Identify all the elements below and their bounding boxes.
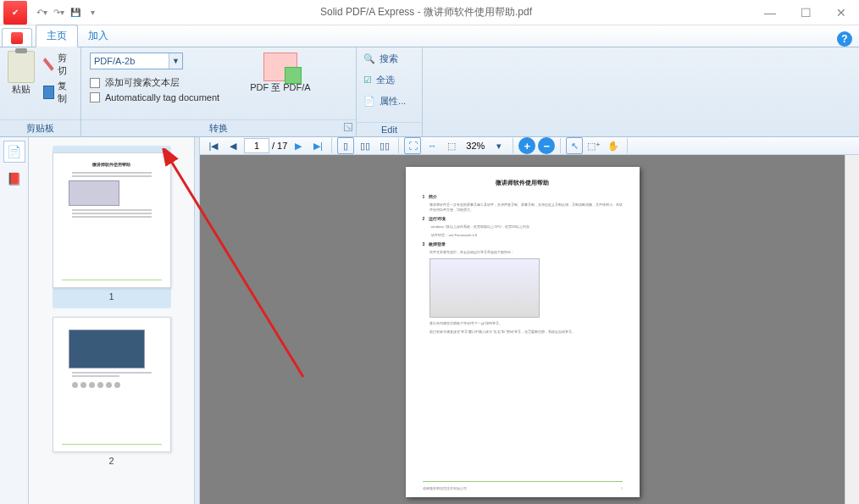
pdfa-format-combo[interactable]: ▼ [90, 53, 183, 69]
thumbnails-tab[interactable]: 📄 [3, 141, 25, 163]
viewer: |◀ ◀ / 17 ▶ ▶| ▯ ▯▯ ▯▯ ⛶ ↔ ⬚ 32% ▾ + − ↖… [200, 137, 859, 504]
prev-page-button[interactable]: ◀ [224, 137, 241, 154]
copy-button[interactable]: 复制 [42, 79, 74, 106]
pdf-to-pdfa-icon [263, 53, 297, 81]
selectall-icon [363, 75, 372, 86]
fit-width-button[interactable]: ↔ [424, 137, 441, 154]
zoom-dropdown[interactable]: ▾ [490, 137, 507, 154]
page-number-input[interactable] [244, 138, 269, 153]
edit-group-label: Edit [357, 122, 422, 136]
ribbon-group-convert: ▼ 添加可搜索文本层 Automatically tag document PD… [81, 47, 357, 136]
clipboard-group-label: 剪贴板 [0, 119, 80, 136]
doc-section-3: 3 教师登录 [423, 241, 623, 246]
thumbnail-page: 微讲师软件使用帮助 [53, 152, 171, 288]
zoom-level-label: 32% [463, 141, 488, 151]
page-area[interactable]: 微讲师软件使用帮助 1 简介 微讲师软件是一款专业的屏幕录像工具软件，支持声音录… [200, 155, 845, 504]
help-button[interactable]: ? [837, 31, 852, 47]
properties-button[interactable]: 属性... [363, 93, 406, 109]
thumbnail-pane[interactable]: 微讲师软件使用帮助 1 2 [29, 137, 195, 504]
app-icon [3, 1, 27, 25]
paste-label: 粘贴 [12, 83, 30, 96]
doc-paragraph: 首次使用请先注册账户并使用"下一步"按钮登录。 [430, 321, 623, 326]
search-button[interactable]: 搜索 [363, 51, 398, 67]
thumbnail-number: 2 [53, 456, 171, 466]
pdf-to-pdfa-button[interactable]: PDF 至 PDF/A [250, 53, 311, 94]
select-tool-button[interactable]: ↖ [566, 137, 583, 154]
document-page: 微讲师软件使用帮助 1 简介 微讲师软件是一款专业的屏幕录像工具软件，支持声音录… [406, 167, 640, 497]
thumbnail-2[interactable]: 2 [53, 317, 171, 466]
close-button[interactable]: ✕ [823, 0, 859, 25]
properties-icon [363, 96, 375, 107]
marquee-zoom-button[interactable]: ⬚⁺ [585, 137, 602, 154]
thumbnail-number: 1 [53, 291, 171, 302]
last-page-button[interactable]: ▶| [309, 137, 326, 154]
doc-paragraph: 软件在安装完成后，将会自动运行登录界面如下图所示： [430, 250, 623, 255]
checkbox-icon [90, 78, 100, 88]
redo-button[interactable]: ↷▾ [51, 5, 66, 20]
viewer-toolbar: |◀ ◀ / 17 ▶ ▶| ▯ ▯▯ ▯▯ ⛶ ↔ ⬚ 32% ▾ + − ↖… [200, 137, 859, 155]
ribbon-tabbar: 主页 加入 ? [0, 25, 859, 47]
thumbnail-page [53, 317, 171, 452]
bookmarks-tab[interactable]: 📕 [3, 168, 25, 190]
doc-footer: 成都微讲师信息技术有限公司I [423, 486, 623, 490]
chevron-down-icon[interactable]: ▼ [169, 53, 182, 69]
ribbon-group-clipboard: 粘贴 剪切 复制 剪贴板 [0, 47, 81, 136]
titlebar: ↶▾ ↷▾ 💾 ▾ Solid PDF/A Express - 微讲师软件使用帮… [0, 0, 859, 25]
doc-title: 微讲师软件使用帮助 [423, 179, 623, 187]
group-expand-icon[interactable]: ↘ [344, 123, 352, 131]
ribbon-group-edit: 搜索 全选 属性... Edit [357, 47, 423, 136]
selectall-button[interactable]: 全选 [363, 72, 395, 88]
doc-footer-rule [423, 481, 623, 482]
paste-button[interactable]: 粘贴 [7, 51, 36, 96]
doc-paragraph: 微讲师软件是一款专业的屏幕录像工具软件，支持声音录制、屏幕录制，支持自定义录制区… [430, 202, 623, 213]
doc-paragraph: 若已有账号请直接在"登录"窗口中填入账号"姓名"和"密码"登录，无需重新注册，系… [430, 330, 623, 335]
search-icon [363, 53, 375, 64]
vertical-scrollbar[interactable] [845, 155, 859, 504]
doc-paragraph: · 软件环境：.net Framework 4.0 [430, 233, 623, 238]
quick-access-toolbar: ↶▾ ↷▾ 💾 ▾ [34, 5, 100, 20]
minimize-button[interactable]: — [752, 0, 788, 25]
thumbnail-1[interactable]: 微讲师软件使用帮助 1 [53, 146, 171, 308]
copy-icon [43, 86, 54, 99]
cut-icon [43, 58, 54, 71]
zoom-in-button[interactable]: + [518, 137, 535, 154]
paste-icon [8, 51, 35, 83]
workspace: 📄 📕 微讲师软件使用帮助 1 2 [0, 137, 859, 504]
save-button[interactable]: 💾 [68, 5, 83, 20]
undo-button[interactable]: ↶▾ [34, 5, 49, 20]
maximize-button[interactable]: ☐ [788, 0, 823, 25]
doc-section-1: 1 简介 [423, 194, 623, 199]
opt-searchable-text[interactable]: 添加可搜索文本层 [90, 75, 219, 91]
zoom-out-button[interactable]: − [538, 137, 555, 154]
hand-tool-button[interactable]: ✋ [605, 137, 622, 154]
window-controls: — ☐ ✕ [752, 0, 859, 25]
first-page-button[interactable]: |◀ [205, 137, 222, 154]
pdfa-format-input[interactable] [91, 56, 169, 66]
two-page-view-button[interactable]: ▯▯ [357, 137, 374, 154]
fit-page-button[interactable]: ⛶ [404, 137, 421, 154]
file-menu-button[interactable] [2, 28, 32, 47]
cut-button[interactable]: 剪切 [42, 51, 74, 78]
ribbon: 粘贴 剪切 复制 剪贴板 ▼ 添加可搜索文本层 Automatically ta… [0, 47, 859, 137]
tab-home[interactable]: 主页 [36, 25, 78, 47]
continuous-view-button[interactable]: ▯▯ [376, 137, 393, 154]
doc-screenshot [430, 258, 540, 318]
page-total-label: / 17 [272, 141, 287, 151]
qat-dropdown[interactable]: ▾ [85, 5, 100, 20]
doc-paragraph: · windows 7及以上操作系统，推荐双核以上CPU，推荐2G以上内存 [430, 224, 623, 230]
side-tab-strip: 📄 📕 [0, 137, 29, 504]
tab-insert[interactable]: 加入 [78, 25, 119, 47]
checkbox-icon [90, 92, 100, 102]
window-title: Solid PDF/A Express - 微讲师软件使用帮助.pdf [100, 5, 752, 19]
convert-group-label: 转换↘ [81, 119, 356, 136]
single-page-view-button[interactable]: ▯ [337, 137, 354, 154]
opt-auto-tag[interactable]: Automatically tag document [90, 91, 219, 104]
next-page-button[interactable]: ▶ [290, 137, 307, 154]
doc-section-2: 2 运行环境 [423, 216, 623, 221]
actual-size-button[interactable]: ⬚ [443, 137, 460, 154]
